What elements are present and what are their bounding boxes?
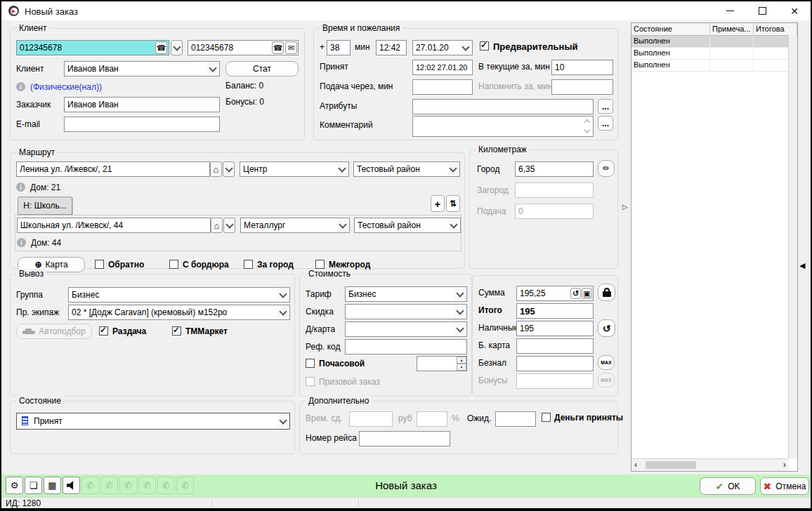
chevron-down-icon[interactable] — [454, 288, 466, 300]
out-of-town-checkbox[interactable] — [244, 260, 253, 269]
comment-more-button[interactable]: ... — [598, 116, 613, 131]
bonuses-input[interactable] — [516, 373, 594, 389]
to-district-combo[interactable]: Тестовый район — [354, 218, 461, 233]
preferred-crew-combo[interactable]: 02 * [Додж Caravan] (кремовый) м152ро — [68, 305, 290, 320]
sms-button[interactable]: ✉ — [285, 41, 297, 54]
flight-number-input[interactable] — [359, 431, 450, 446]
scrollbar-thumb[interactable] — [646, 461, 696, 469]
total-input[interactable] — [516, 303, 594, 319]
history-row[interactable]: Выполнен — [631, 60, 797, 72]
scroll-right-icon[interactable]: › — [783, 459, 786, 470]
discount-combo[interactable] — [345, 304, 467, 319]
cash-input[interactable] — [516, 321, 594, 336]
lock-sum-button[interactable] — [598, 284, 615, 301]
from-zone-combo[interactable]: Центр — [240, 161, 349, 177]
to-home-button[interactable]: ⌂ — [211, 218, 223, 233]
minimize-button[interactable] — [714, 1, 746, 20]
bankcard-input[interactable] — [516, 338, 594, 354]
column-header-state[interactable]: Состояние — [631, 23, 710, 35]
spin-down-icon[interactable]: ▼ — [457, 364, 466, 371]
stat-button[interactable]: Стат — [225, 61, 299, 77]
history-horizontal-scrollbar[interactable]: ‹ › — [631, 458, 789, 471]
cashless-input[interactable] — [516, 356, 594, 371]
chevron-down-icon[interactable] — [454, 305, 466, 318]
remind-input[interactable] — [551, 79, 613, 95]
column-header-note[interactable]: Примеча... — [710, 23, 754, 35]
chevron-down-icon[interactable] — [207, 62, 218, 75]
column-header-total[interactable]: Итогова — [754, 23, 797, 35]
phone-dropdown-button[interactable] — [171, 40, 183, 55]
hourly-spinner[interactable]: ▲ ▼ — [457, 357, 466, 371]
cash-recalc-button[interactable]: ↺ — [598, 319, 615, 337]
tariff-combo[interactable]: Бизнес — [345, 286, 467, 302]
reorder-stops-button[interactable]: ⇅ — [446, 195, 460, 212]
chevron-down-icon[interactable] — [336, 163, 348, 175]
history-row[interactable]: Выполнен — [631, 36, 797, 48]
panel-collapse-icon[interactable]: ◀ — [799, 261, 805, 270]
attributes-input[interactable] — [412, 99, 594, 114]
chevron-down-icon[interactable] — [277, 414, 289, 428]
spin-up-icon[interactable]: ▲ — [457, 357, 466, 364]
scroll-left-icon[interactable]: ‹ — [634, 459, 637, 470]
autoselect-button[interactable]: Автоподбор — [16, 324, 92, 339]
city-km-input[interactable] — [515, 161, 594, 177]
in-current-input[interactable] — [551, 60, 613, 75]
preliminary-checkbox[interactable] — [480, 41, 489, 51]
to-address-dropdown[interactable] — [223, 218, 235, 233]
phone-main-input[interactable] — [16, 40, 169, 55]
chevron-down-icon[interactable] — [337, 219, 348, 232]
hourly-checkbox[interactable] — [306, 359, 315, 368]
stop-point-tab[interactable]: Н: Школь... — [18, 197, 72, 215]
money-accepted-checkbox[interactable] — [542, 413, 551, 422]
distribution-checkbox[interactable] — [99, 326, 108, 336]
edit-mileage-button[interactable]: ✏ — [598, 160, 615, 177]
from-home-button[interactable]: ⌂ — [210, 161, 222, 177]
client-combo[interactable]: Иванов Иван — [64, 61, 220, 77]
sum-recalc-button[interactable]: ↺ — [570, 288, 581, 299]
history-vertical-scrollbar[interactable] — [788, 35, 797, 458]
date-combo[interactable]: 27.01.20 — [412, 40, 473, 55]
chevron-down-icon[interactable] — [460, 41, 471, 54]
call-phone-button[interactable]: ☎ — [155, 41, 167, 54]
from-address-dropdown[interactable] — [223, 161, 235, 177]
close-button[interactable]: ✕ — [778, 1, 811, 20]
chevron-down-icon[interactable] — [448, 219, 459, 232]
feed-km-input[interactable] — [515, 204, 594, 219]
cancel-button[interactable]: ✖ Отмена — [760, 477, 809, 495]
call-alt-phone-button[interactable]: ☎ — [272, 41, 284, 54]
ok-button[interactable]: ✔ OK — [700, 477, 756, 495]
wait-input[interactable] — [495, 411, 536, 427]
return-checkbox[interactable] — [95, 260, 104, 269]
suburb-km-input[interactable] — [515, 182, 594, 198]
email-input[interactable] — [64, 117, 220, 132]
intercity-checkbox[interactable] — [315, 260, 325, 269]
accepted-input[interactable] — [412, 60, 473, 75]
submit-in-input[interactable] — [412, 79, 473, 95]
cashless-max-button[interactable]: MAX — [598, 355, 615, 370]
attributes-more-button[interactable]: ... — [598, 99, 613, 114]
maximize-button[interactable] — [746, 1, 778, 20]
tmmarket-checkbox[interactable] — [172, 326, 181, 336]
time-input[interactable] — [376, 40, 407, 55]
crew-group-combo[interactable]: Бизнес — [68, 287, 290, 303]
customer-input[interactable] — [64, 97, 220, 112]
comment-textarea[interactable] — [412, 116, 594, 137]
rub-percent-input[interactable] — [417, 411, 447, 427]
to-address-input[interactable] — [17, 218, 211, 233]
chevron-down-icon[interactable] — [454, 323, 466, 336]
dcard-combo[interactable] — [345, 321, 467, 337]
curb-checkbox[interactable] — [169, 260, 178, 269]
splitter-expand-icon[interactable]: ▷ — [622, 203, 628, 211]
from-district-combo[interactable]: Тестовый район — [353, 161, 460, 177]
from-address-input[interactable] — [16, 161, 210, 177]
to-zone-combo[interactable]: Металлург — [240, 218, 350, 233]
add-stop-button[interactable]: + — [431, 195, 445, 212]
order-state-combo[interactable]: Принят — [16, 413, 290, 430]
chevron-down-icon[interactable] — [277, 288, 289, 301]
offset-minutes-input[interactable] — [327, 40, 351, 55]
chevron-down-icon[interactable] — [447, 163, 459, 175]
time-shift-input[interactable] — [349, 411, 393, 427]
sum-paste-button[interactable]: ▣ — [582, 288, 592, 299]
chevron-down-icon[interactable] — [277, 306, 289, 319]
refcode-input[interactable] — [345, 339, 467, 354]
